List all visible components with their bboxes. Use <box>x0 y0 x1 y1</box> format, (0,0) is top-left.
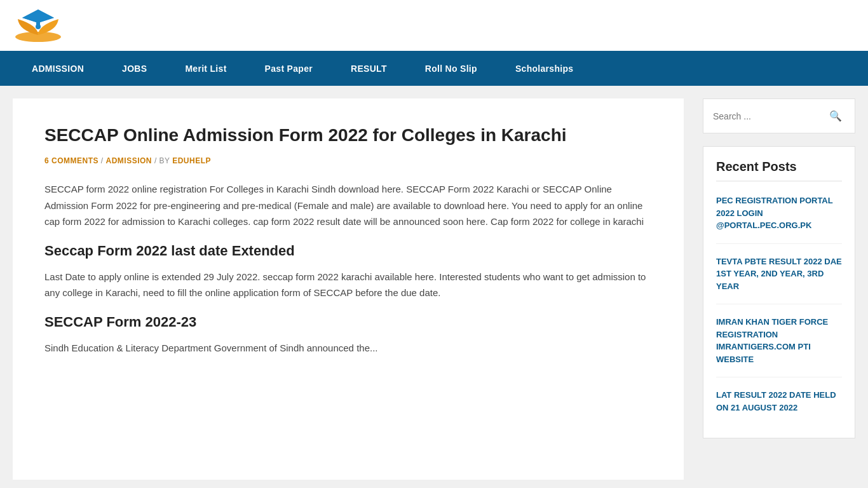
recent-post-item: LAT RESULT 2022 DATE HELD ON 21 AUGUST 2… <box>716 389 842 425</box>
comments-link[interactable]: 6 COMMENTS <box>44 156 98 165</box>
body-paragraph-1: SECCAP form 2022 online registration For… <box>44 181 652 230</box>
search-button[interactable]: 🔍 <box>826 109 845 123</box>
main-nav: ADMISSION JOBS Merit List Past Paper RES… <box>0 51 868 86</box>
article-title: SECCAP Online Admission Form 2022 for Co… <box>44 124 652 147</box>
recent-post-link-1[interactable]: TEVTA PBTE RESULT 2022 DAE 1ST YEAR, 2ND… <box>716 257 842 291</box>
recent-posts-title: Recent Posts <box>716 159 842 182</box>
recent-post-item: TEVTA PBTE RESULT 2022 DAE 1ST YEAR, 2ND… <box>716 255 842 305</box>
nav-item-roll-no-slip[interactable]: Roll No Slip <box>406 52 496 85</box>
section1-para: Last Date to apply online is extended 29… <box>44 269 652 301</box>
main-layout: SECCAP Online Admission Form 2022 for Co… <box>0 86 868 488</box>
logo-area[interactable] <box>13 6 140 44</box>
sidebar: 🔍 Recent Posts PEC REGISTRATION PORTAL 2… <box>703 98 855 480</box>
section1-title: Seccap Form 2022 last date Extended <box>44 243 652 259</box>
article-meta: 6 COMMENTS / ADMISSION / BY EDUHELP <box>44 156 652 165</box>
recent-posts-panel: Recent Posts PEC REGISTRATION PORTAL 202… <box>703 146 855 438</box>
search-input[interactable] <box>713 111 826 121</box>
site-header <box>0 0 868 51</box>
nav-item-scholarships[interactable]: Scholarships <box>496 52 593 85</box>
article-body: SECCAP form 2022 online registration For… <box>44 181 652 356</box>
recent-post-link-0[interactable]: PEC REGISTRATION PORTAL 2022 LOGIN @PORT… <box>716 196 832 230</box>
nav-item-admission[interactable]: ADMISSION <box>13 52 103 85</box>
svg-marker-4 <box>22 10 54 23</box>
article-content: SECCAP Online Admission Form 2022 for Co… <box>13 98 684 480</box>
section2-para: Sindh Education & Literacy Department Go… <box>44 340 652 356</box>
svg-point-0 <box>15 32 61 42</box>
recent-post-link-2[interactable]: IMRAN KHAN TIGER FORCE REGISTRATION IMRA… <box>716 317 828 364</box>
nav-item-merit-list[interactable]: Merit List <box>166 52 245 85</box>
recent-post-item: IMRAN KHAN TIGER FORCE REGISTRATION IMRA… <box>716 316 842 377</box>
nav-item-past-paper[interactable]: Past Paper <box>246 52 332 85</box>
nav-item-jobs[interactable]: JOBS <box>103 52 166 85</box>
recent-post-link-3[interactable]: LAT RESULT 2022 DATE HELD ON 21 AUGUST 2… <box>716 390 836 412</box>
author-link[interactable]: EDUHELP <box>172 156 211 165</box>
search-icon: 🔍 <box>829 111 842 121</box>
site-logo[interactable] <box>13 6 64 44</box>
section2-title: SECCAP Form 2022-23 <box>44 314 652 330</box>
category-link[interactable]: ADMISSION <box>106 156 153 165</box>
search-box: 🔍 <box>703 98 855 133</box>
recent-post-item: PEC REGISTRATION PORTAL 2022 LOGIN @PORT… <box>716 194 842 244</box>
nav-item-result[interactable]: RESULT <box>332 52 406 85</box>
